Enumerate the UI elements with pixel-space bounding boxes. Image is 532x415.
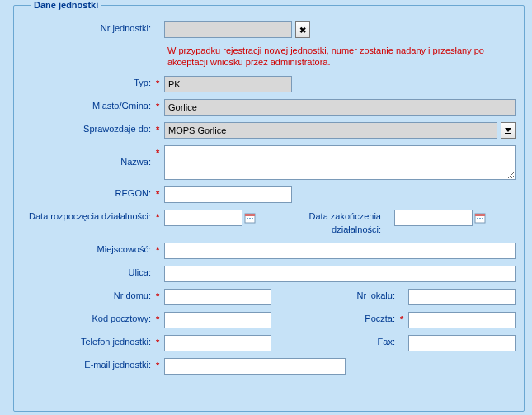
house-no-input[interactable]	[164, 289, 271, 305]
required-marker: *	[156, 312, 164, 327]
label-email: E-mail jednostki:	[22, 358, 156, 371]
row-regon: REGON: *	[22, 186, 516, 203]
registration-note: W przypadku rejestracji nowej jednostki,…	[167, 45, 507, 68]
label-street: Ulica:	[22, 266, 156, 279]
name-textarea[interactable]	[164, 145, 516, 180]
email-input[interactable]	[164, 358, 346, 375]
row-locality: Miejscowość: *	[22, 243, 516, 259]
label-start-date: Data rozpoczęcia działalności:	[22, 210, 156, 223]
row-name: Nazwa: *	[22, 145, 516, 180]
required-marker-placeholder: *	[400, 335, 408, 350]
label-house-no: Nr domu:	[22, 289, 156, 302]
reports-to-dropdown-button[interactable]	[501, 122, 516, 139]
end-date-input[interactable]	[394, 210, 473, 226]
unit-data-panel: Dane jednostki Nr jednostki: * ✖ W przyp…	[13, 0, 525, 412]
svg-rect-10	[482, 218, 483, 219]
postal-input[interactable]	[164, 312, 271, 328]
svg-rect-3	[247, 218, 248, 219]
start-date-calendar-button[interactable]	[242, 210, 257, 226]
required-marker: *	[156, 335, 164, 350]
row-email: E-mail jednostki: *	[22, 358, 516, 375]
required-marker-placeholder: *	[156, 21, 164, 36]
svg-rect-8	[477, 218, 478, 219]
required-marker: *	[156, 76, 164, 91]
row-house-apt: Nr domu: * Nr lokalu: *	[22, 289, 516, 305]
row-unit-number: Nr jednostki: * ✖	[22, 21, 516, 38]
street-input[interactable]	[164, 266, 516, 282]
required-marker: *	[156, 289, 164, 304]
svg-rect-5	[252, 218, 253, 219]
label-postal: Kod pocztowy:	[22, 312, 156, 325]
post-input[interactable]	[408, 312, 516, 328]
required-marker: *	[156, 243, 164, 257]
row-phone-fax: Telefon jednostki: * Fax: *	[22, 335, 516, 351]
label-end-date: Data zakończenia działalności:	[282, 210, 386, 236]
required-marker-placeholder: *	[386, 210, 394, 224]
phone-input[interactable]	[164, 335, 271, 351]
svg-rect-0	[505, 133, 511, 134]
required-marker-placeholder: *	[400, 289, 408, 304]
unit-number-input	[164, 21, 292, 38]
city-gmina-input	[164, 99, 516, 116]
required-marker-placeholder: *	[156, 266, 164, 281]
label-fax: Fax:	[296, 335, 400, 348]
start-date-input[interactable]	[164, 210, 242, 226]
label-apt-no: Nr lokalu:	[296, 289, 400, 302]
calendar-icon	[474, 212, 486, 224]
end-date-calendar-button[interactable]	[473, 210, 487, 226]
required-marker: *	[156, 210, 164, 224]
clear-unit-number-button[interactable]: ✖	[295, 21, 310, 38]
x-icon: ✖	[299, 26, 306, 35]
row-type: Typ: *	[22, 76, 516, 92]
row-street: Ulica: *	[22, 266, 516, 282]
fax-input[interactable]	[408, 335, 516, 351]
type-input	[164, 76, 292, 92]
row-reports-to: Sprawozdaje do: *	[22, 122, 516, 139]
label-type: Typ:	[22, 76, 156, 89]
svg-rect-2	[245, 214, 255, 216]
required-marker: *	[156, 358, 164, 373]
required-marker: *	[400, 312, 408, 327]
svg-rect-7	[475, 214, 485, 216]
row-postal: Kod pocztowy: * Poczta: *	[22, 312, 516, 328]
arrow-down-bar-icon	[504, 125, 512, 136]
label-unit-number: Nr jednostki:	[22, 21, 156, 35]
calendar-icon	[244, 212, 256, 224]
locality-input[interactable]	[164, 243, 516, 259]
reports-to-input	[164, 122, 497, 139]
label-regon: REGON:	[22, 186, 156, 200]
apt-no-input[interactable]	[408, 289, 516, 305]
required-marker: *	[156, 99, 164, 114]
panel-legend: Dane jednostki	[31, 0, 101, 10]
required-marker: *	[156, 122, 164, 137]
svg-rect-9	[479, 218, 481, 219]
row-city-gmina: Miasto/Gmina: *	[22, 99, 516, 116]
label-reports-to: Sprawozdaje do:	[22, 122, 156, 135]
regon-input[interactable]	[164, 186, 292, 203]
label-post: Poczta:	[296, 312, 400, 325]
svg-rect-4	[249, 218, 251, 219]
required-marker: *	[156, 145, 164, 160]
label-phone: Telefon jednostki:	[22, 335, 156, 348]
label-locality: Miejscowość:	[22, 243, 156, 256]
label-name: Nazwa:	[22, 145, 156, 168]
required-marker: *	[156, 186, 164, 201]
label-city-gmina: Miasto/Gmina:	[22, 99, 156, 112]
row-dates: Data rozpoczęcia działalności: * Data za…	[22, 210, 516, 236]
